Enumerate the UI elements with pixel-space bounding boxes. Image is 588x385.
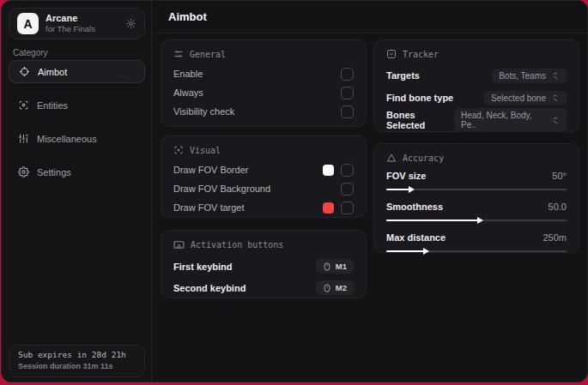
setting-label: Draw FOV Border (173, 165, 248, 175)
main-area: Aimbot General Enable Always Vis (153, 1, 587, 382)
color-swatch-red[interactable] (323, 202, 334, 214)
subscription-status-card: Sub expires in 28d 21h Session duration … (9, 345, 145, 377)
slider-thumb[interactable] (409, 186, 415, 193)
sidebar-item-label: Miscellaneous (37, 134, 97, 144)
setting-label: Draw FOV target (173, 202, 245, 213)
gear-icon[interactable] (125, 18, 136, 29)
crosshair-icon (19, 66, 30, 77)
enable-checkbox[interactable] (341, 68, 354, 81)
accuracy-card: Accuracy FOV size 50° Smoothness 50.0 (373, 143, 579, 253)
chevrons-up-down-icon (551, 93, 560, 102)
always-checkbox[interactable] (341, 87, 354, 99)
setting-row-draw-fov-background: Draw FOV Background (173, 179, 354, 198)
setting-label: Enable (173, 69, 203, 79)
color-swatch-white[interactable] (323, 165, 334, 176)
keybind-row-first: First keybind M1 (173, 256, 354, 277)
slider-label: Max distance (386, 232, 446, 243)
slider-row-max-distance: Max distance 250m (386, 230, 567, 252)
tracker-label: Find bone type (386, 93, 453, 103)
setting-row-always: Always (173, 83, 354, 102)
chevrons-up-down-icon (551, 71, 560, 80)
sidebar-item-entities[interactable]: Entities (9, 93, 145, 117)
scan-plus-icon (173, 145, 184, 155)
select-value: Bots, Teams (499, 71, 546, 81)
bones-selected-select[interactable]: Head, Neck, Body, Pe.. (454, 108, 567, 132)
select-value: Selected bone (491, 93, 546, 103)
mouse-icon (323, 262, 331, 271)
frame-minus-icon (386, 49, 397, 59)
section-title: General (190, 50, 226, 59)
sidebar-item-label: Settings (37, 167, 71, 177)
slider-thumb[interactable] (423, 248, 429, 255)
second-keybind-button[interactable]: M2 (316, 280, 354, 295)
draw-fov-target-checkbox[interactable] (341, 202, 354, 214)
slider-label: Smoothness (386, 202, 443, 212)
session-duration-text: Session duration 31m 11s (18, 362, 136, 370)
setting-label: Draw FOV Background (173, 183, 270, 194)
keyboard-icon (173, 239, 185, 250)
section-title: Accuracy (403, 153, 444, 163)
category-label: Category (13, 48, 48, 57)
tracker-label: Targets (386, 70, 420, 81)
keybind-value: M2 (336, 283, 347, 292)
draw-fov-border-checkbox[interactable] (341, 164, 354, 177)
section-title: Visual (190, 146, 221, 155)
find-bone-type-select[interactable]: Selected bone (484, 91, 567, 105)
select-value: Head, Neck, Body, Pe.. (461, 111, 546, 129)
setting-row-draw-fov-border: Draw FOV Border (173, 160, 354, 179)
section-title: Tracker (403, 50, 439, 59)
main-header: Aimbot (153, 1, 587, 33)
smoothness-slider[interactable] (386, 220, 567, 221)
sidebar-item-aimbot[interactable]: Aimbot ···· (9, 60, 145, 83)
general-card: General Enable Always Visibility check (161, 39, 367, 127)
draw-fov-background-checkbox[interactable] (341, 183, 354, 196)
tracker-card: Tracker Targets Bots, Teams Find bone ty… (373, 39, 579, 132)
tracker-label: Bones Selected (386, 110, 454, 130)
app-window: A Arcane for The Finals Category (1, 0, 588, 382)
keybind-label: Second keybind (173, 283, 246, 293)
targets-select[interactable]: Bots, Teams (492, 69, 567, 83)
tracker-row-find-bone: Find bone type Selected bone (386, 87, 567, 109)
slider-row-fov-size: FOV size 50° (386, 168, 567, 190)
max-distance-slider[interactable] (386, 250, 567, 252)
sliders-icon (18, 133, 29, 144)
brand-card: A Arcane for The Finals (9, 8, 145, 39)
keybind-row-second: Second keybind M2 (173, 277, 354, 298)
tracker-row-bones-selected: Bones Selected Head, Neck, Body, Pe.. (386, 109, 567, 131)
keybind-value: M1 (336, 262, 347, 271)
section-title: Activation buttons (191, 240, 283, 250)
app-subtitle: for The Finals (45, 25, 125, 33)
keybind-label: First keybind (173, 262, 232, 272)
slider-label: FOV size (386, 171, 426, 181)
app-logo: A (17, 13, 39, 34)
sidebar-item-settings[interactable]: Settings (9, 160, 145, 183)
setting-label: Always (173, 87, 203, 98)
fov-size-slider[interactable] (386, 189, 567, 190)
triangle-icon (386, 153, 397, 163)
sidebar-item-miscellaneous[interactable]: Miscellaneous (9, 127, 145, 150)
activation-buttons-card: Activation buttons First keybind M1 Seco… (161, 230, 367, 298)
page-title: Aimbot (168, 10, 207, 23)
aimbot-dots: ···· (118, 71, 132, 81)
mouse-icon (323, 284, 331, 292)
slider-thumb[interactable] (477, 217, 483, 224)
visual-card: Visual Draw FOV Border Draw FOV Backgrou… (161, 135, 367, 218)
tracker-row-targets: Targets Bots, Teams (386, 64, 567, 87)
sidebar-item-label: Entities (37, 100, 68, 111)
sub-expiry-text: Sub expires in 28d 21h (18, 350, 136, 359)
slider-value: 50° (552, 171, 567, 181)
sidebar: A Arcane for The Finals Category (2, 1, 152, 382)
setting-label: Visibility check (173, 106, 234, 117)
slider-row-smoothness: Smoothness 50.0 (386, 199, 567, 221)
app-name: Arcane (45, 13, 125, 23)
first-keybind-button[interactable]: M1 (316, 259, 354, 274)
slider-value: 250m (543, 232, 567, 243)
sliders-horizontal-icon (173, 49, 184, 59)
slider-value: 50.0 (549, 202, 567, 212)
sidebar-item-label: Aimbot (38, 67, 67, 77)
visibility-check-checkbox[interactable] (341, 105, 354, 118)
setting-row-draw-fov-target: Draw FOV target (173, 198, 354, 217)
setting-row-visibility-check: Visibility check (173, 102, 354, 121)
chevrons-up-down-icon (551, 116, 560, 124)
settings-gear-icon (18, 166, 29, 177)
